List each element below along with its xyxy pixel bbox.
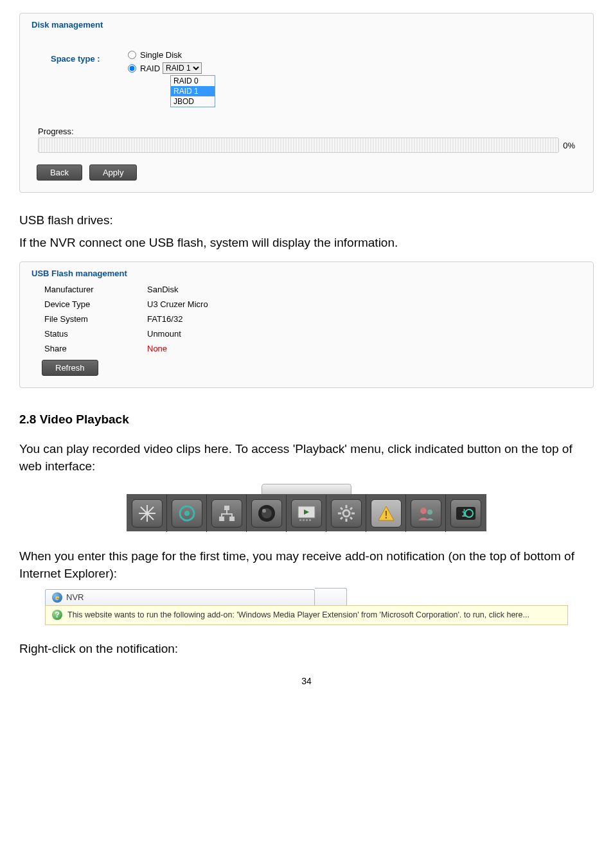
raid-radio[interactable]	[128, 64, 136, 73]
filesystem-value: FAT16/32	[147, 314, 582, 324]
svg-point-11	[262, 509, 266, 513]
disk-legend: Disk management	[29, 20, 582, 30]
section-heading: 2.8 Video Playback	[19, 412, 594, 427]
ie-tab-title: NVR	[66, 592, 84, 602]
svg-point-18	[343, 510, 350, 517]
ie-info-text: This website wants to run the following …	[67, 610, 529, 621]
raid-option-1[interactable]: RAID 1	[171, 86, 215, 96]
share-label: Share	[44, 344, 147, 353]
network-icon	[217, 504, 236, 523]
svg-rect-17	[309, 519, 311, 521]
toolbar-btn-users[interactable]	[406, 495, 446, 532]
toolbar-btn-io[interactable]: i	[446, 495, 486, 532]
playback-desc: You can play recorded video clips here. …	[19, 441, 594, 475]
usb-heading: USB flash drives:	[19, 212, 594, 229]
devicetype-value: U3 Cruzer Micro	[147, 299, 582, 309]
raid-options-dropdown[interactable]: RAID 0 RAID 1 JBOD	[170, 75, 215, 107]
ie-tab-side	[315, 588, 347, 605]
gear-icon	[337, 504, 356, 523]
svg-line-26	[341, 517, 342, 519]
progress-bar	[38, 137, 559, 153]
single-disk-radio[interactable]	[128, 51, 136, 59]
warning-triangle-icon: !	[377, 504, 396, 523]
svg-point-29	[420, 508, 427, 514]
share-value: None	[147, 344, 582, 353]
status-label: Status	[44, 329, 147, 339]
addon-desc: When you enter this page for the first t…	[19, 548, 594, 582]
toolbar-btn-lens[interactable]	[247, 495, 287, 532]
apply-button[interactable]: Apply	[89, 164, 138, 181]
svg-rect-6	[224, 506, 229, 510]
ie-tab[interactable]: e NVR	[45, 589, 315, 605]
refresh-button[interactable]: Refresh	[42, 360, 98, 376]
progress-label: Progress:	[38, 127, 582, 136]
filesystem-label: File System	[44, 314, 147, 324]
svg-rect-7	[219, 517, 224, 521]
svg-line-23	[341, 508, 342, 509]
users-icon	[416, 504, 436, 523]
page-number: 34	[19, 676, 594, 686]
svg-point-30	[427, 509, 432, 515]
record-circle-icon	[177, 504, 197, 523]
back-button[interactable]: Back	[37, 164, 82, 181]
usb-legend: USB Flash management	[29, 269, 582, 278]
raid-option-2[interactable]: JBOD	[171, 96, 215, 107]
usb-flash-panel: USB Flash management Manufacturer SanDis…	[19, 261, 594, 388]
manufacturer-label: Manufacturer	[44, 285, 147, 294]
toolbar-graphic: ! i	[19, 484, 594, 531]
ie-logo-icon: e	[52, 592, 62, 603]
rightclick-text: Right-click on the notification:	[19, 641, 594, 658]
ie-info-bar[interactable]: ? This website wants to run the followin…	[45, 605, 568, 626]
raid-option-0[interactable]: RAID 0	[171, 76, 215, 86]
svg-rect-8	[229, 517, 235, 521]
svg-text:i: i	[461, 508, 466, 518]
ie-notification: e NVR ? This website wants to run the fo…	[45, 588, 568, 626]
raid-label: RAID	[140, 64, 160, 73]
single-disk-label: Single Disk	[140, 50, 182, 60]
toolbar-btn-snowflake[interactable]	[127, 495, 167, 532]
svg-point-5	[184, 511, 190, 516]
svg-rect-15	[303, 519, 305, 521]
toolbar-btn-settings[interactable]	[326, 495, 366, 532]
usb-desc: If the NVR connect one USB flash, system…	[19, 235, 594, 252]
raid-select[interactable]: RAID 1	[163, 62, 202, 74]
svg-rect-16	[306, 519, 308, 521]
svg-line-25	[350, 508, 352, 509]
svg-text:!: !	[384, 509, 387, 520]
io-icon: i	[455, 504, 477, 522]
toolbar-btn-network[interactable]	[207, 495, 247, 532]
help-icon: ?	[52, 610, 62, 620]
toolbar: ! i	[127, 494, 486, 531]
snowflake-icon	[138, 504, 157, 523]
toolbar-btn-record[interactable]	[167, 495, 207, 532]
disk-management-panel: Disk management Space type : Single Disk…	[19, 13, 594, 193]
screen-play-icon	[296, 503, 317, 524]
lens-icon	[256, 503, 277, 524]
status-value: Unmount	[147, 329, 582, 339]
manufacturer-value: SanDisk	[147, 285, 582, 294]
svg-line-24	[350, 517, 352, 519]
space-type-label: Space type :	[51, 54, 128, 64]
progress-percent: 0%	[563, 141, 575, 150]
toolbar-btn-warning[interactable]: !	[366, 495, 406, 532]
svg-rect-14	[299, 519, 301, 521]
devicetype-label: Device Type	[44, 299, 147, 309]
toolbar-pull-tab	[262, 484, 351, 494]
toolbar-btn-playback[interactable]	[287, 495, 326, 532]
